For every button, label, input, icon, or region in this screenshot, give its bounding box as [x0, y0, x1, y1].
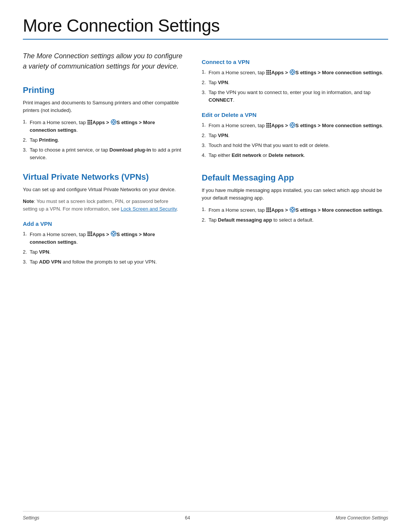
- step-num: 1.: [202, 68, 206, 76]
- svg-rect-68: [270, 211, 271, 212]
- apps-label: Apps >: [92, 231, 109, 237]
- svg-rect-36: [266, 73, 268, 75]
- printing-body: Print images and documents to Samsung pr…: [23, 99, 183, 114]
- printing-tap-label: Printing: [39, 137, 58, 143]
- settings-icon: [110, 119, 116, 125]
- section-title-printing: Printing: [23, 85, 183, 95]
- settings-path: S ettings > More connection settings: [295, 70, 382, 75]
- printing-step-3: 3. Tap to choose a print service, or tap…: [23, 146, 183, 161]
- step-num: 3.: [202, 142, 206, 149]
- step-num: 3.: [23, 146, 27, 154]
- step-num: 4.: [202, 152, 206, 159]
- svg-point-55: [292, 124, 294, 126]
- page: More Connection Settings The More Connec…: [0, 0, 411, 532]
- apps-icon: [266, 207, 271, 212]
- svg-rect-49: [268, 125, 269, 126]
- svg-rect-63: [266, 209, 268, 210]
- step-num: 1.: [23, 230, 27, 238]
- svg-rect-37: [268, 73, 269, 75]
- page-title: More Connection Settings: [23, 15, 388, 36]
- svg-rect-53: [270, 126, 271, 128]
- apps-icon: [266, 70, 271, 75]
- title-divider: [23, 39, 388, 40]
- step-num: 3.: [23, 258, 27, 266]
- add-vpn-step-2: 2. Tap VPN.: [23, 248, 183, 256]
- svg-rect-22: [89, 235, 91, 236]
- content-columns: The More Connection settings allow you t…: [23, 51, 388, 270]
- connect-label: CONNECT: [209, 97, 233, 103]
- svg-point-10: [113, 121, 115, 123]
- vpn-note: Note: You must set a screen lock pattern…: [23, 198, 183, 213]
- edit-network-label: Edit network: [232, 152, 261, 158]
- svg-rect-17: [91, 232, 92, 233]
- svg-rect-3: [88, 121, 89, 123]
- subsection-title-add-vpn: Add a VPN: [23, 220, 183, 227]
- connect-vpn-step-1: 1. From a Home screen, tap: [202, 68, 388, 77]
- edit-vpn-step-4: 4. Tap either Edit network or Delete net…: [202, 152, 388, 159]
- settings-icon: [110, 231, 116, 237]
- step-num: 3.: [202, 89, 206, 96]
- apps-icon: [266, 123, 271, 128]
- section-title-vpn: Virtual Private Networks (VPNs): [23, 172, 183, 182]
- subsection-title-connect-vpn: Connect to a VPN: [202, 59, 388, 65]
- svg-rect-8: [91, 123, 92, 125]
- svg-rect-32: [270, 70, 271, 71]
- svg-rect-0: [88, 120, 89, 121]
- printing-steps: 1. From a Home screen, tap: [23, 118, 183, 161]
- footer-page-number: 64: [185, 515, 190, 521]
- edit-vpn-step-1: 1. From a Home screen, tap: [202, 121, 388, 129]
- connect-vpn-step-2: 2. Tap VPN.: [202, 79, 388, 86]
- svg-rect-2: [91, 120, 92, 121]
- edit-vpn-step-3: 3. Touch and hold the VPN that you want …: [202, 142, 388, 149]
- svg-rect-35: [270, 72, 271, 73]
- svg-rect-62: [270, 208, 271, 209]
- lock-screen-link[interactable]: Lock Screen and Security: [121, 206, 177, 212]
- download-plugin-label: Download plug-in: [110, 147, 151, 153]
- svg-rect-48: [266, 125, 268, 126]
- svg-rect-6: [88, 123, 89, 125]
- svg-rect-33: [266, 72, 268, 73]
- svg-rect-4: [89, 121, 91, 123]
- settings-path: S ettings > More connection settings: [295, 207, 382, 213]
- svg-rect-65: [270, 209, 271, 210]
- svg-rect-15: [88, 232, 89, 233]
- settings-icon: [289, 206, 295, 212]
- default-messaging-step-2: 2. Tap Default messaging app to select a…: [202, 216, 388, 224]
- svg-rect-50: [270, 125, 271, 126]
- svg-rect-19: [89, 233, 91, 235]
- svg-point-70: [292, 209, 294, 211]
- vpn-body: You can set up and configure Virtual Pri…: [23, 186, 183, 193]
- default-messaging-body: If you have multiple messaging apps inst…: [202, 187, 388, 202]
- svg-rect-67: [268, 211, 269, 212]
- apps-label: Apps >: [271, 70, 288, 75]
- add-vpn-label: ADD VPN: [39, 259, 62, 265]
- svg-rect-34: [268, 72, 269, 73]
- svg-point-40: [292, 71, 294, 73]
- default-messaging-label: Default messaging app: [218, 217, 272, 223]
- svg-rect-5: [91, 121, 92, 123]
- connect-vpn-step-3: 3. Tap the VPN you want to connect to, e…: [202, 89, 388, 104]
- right-column: Connect to a VPN 1. From a Home screen, …: [202, 51, 388, 270]
- add-vpn-steps: 1. From a Home screen, tap: [23, 230, 183, 266]
- svg-rect-45: [266, 123, 268, 124]
- apps-label: Apps >: [271, 207, 288, 213]
- step-num: 2.: [23, 248, 27, 256]
- vpn-label: VPN: [218, 133, 228, 138]
- svg-rect-38: [270, 73, 271, 75]
- default-messaging-steps: 1. From a Home screen, tap: [202, 206, 388, 224]
- step-num: 1.: [23, 118, 27, 126]
- svg-rect-18: [88, 233, 89, 235]
- connect-vpn-steps: 1. From a Home screen, tap: [202, 68, 388, 104]
- svg-rect-61: [268, 208, 269, 209]
- add-vpn-step-3: 3. Tap ADD VPN and follow the prompts to…: [23, 258, 183, 266]
- edit-vpn-steps: 1. From a Home screen, tap: [202, 121, 388, 159]
- printing-step-2: 2. Tap Printing.: [23, 136, 183, 144]
- svg-rect-46: [268, 123, 269, 124]
- add-vpn-step-1: 1. From a Home screen, tap: [23, 230, 183, 246]
- left-column: The More Connection settings allow you t…: [23, 51, 183, 270]
- svg-rect-51: [266, 126, 268, 128]
- svg-rect-16: [89, 232, 91, 233]
- svg-rect-20: [91, 233, 92, 235]
- svg-rect-1: [89, 120, 91, 121]
- svg-rect-21: [88, 235, 89, 236]
